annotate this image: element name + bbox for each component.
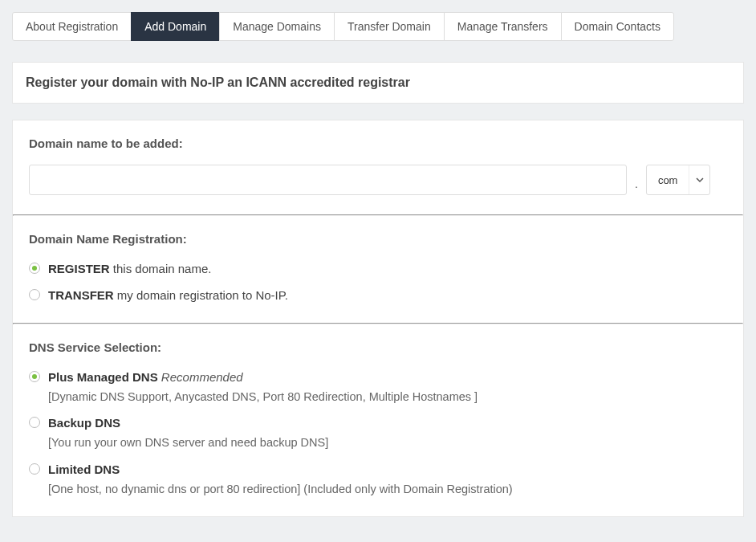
plus-dns-description: [Dynamic DNS Support, Anycasted DNS, Por… (48, 389, 478, 405)
dns-selection-section: DNS Service Selection: Plus Managed DNS … (13, 324, 743, 516)
tab-domain-contacts[interactable]: Domain Contacts (561, 12, 674, 41)
radio-option-plus-dns[interactable]: Plus Managed DNS Recommended [Dynamic DN… (29, 369, 727, 405)
chevron-down-icon[interactable] (689, 165, 709, 194)
tld-selected-value: com (647, 165, 689, 194)
domain-input-row: . com (29, 165, 727, 195)
radio-input-limited-dns[interactable] (29, 463, 40, 475)
radio-label-limited-dns: Limited DNS [One host, no dynamic dns or… (48, 461, 513, 497)
tab-transfer-domain[interactable]: Transfer Domain (334, 12, 445, 41)
tab-about-registration[interactable]: About Registration (12, 12, 132, 41)
main-form-panel: Domain name to be added: . com Domain Na… (12, 120, 744, 517)
registration-type-section: Domain Name Registration: REGISTER this … (13, 216, 743, 323)
radio-option-backup-dns[interactable]: Backup DNS [You run your own DNS server … (29, 414, 727, 450)
radio-label-backup-dns: Backup DNS [You run your own DNS server … (48, 414, 328, 450)
domain-input-label: Domain name to be added: (29, 137, 727, 150)
tab-bar: About Registration Add Domain Manage Dom… (12, 12, 744, 41)
radio-input-backup-dns[interactable] (29, 417, 40, 428)
domain-input-section: Domain name to be added: . com (13, 120, 743, 214)
tab-manage-domains[interactable]: Manage Domains (219, 12, 335, 41)
radio-option-register[interactable]: REGISTER this domain name. (29, 260, 727, 277)
radio-option-limited-dns[interactable]: Limited DNS [One host, no dynamic dns or… (29, 461, 727, 497)
domain-name-input[interactable] (29, 165, 627, 195)
radio-option-transfer[interactable]: TRANSFER my domain registration to No-IP… (29, 287, 727, 304)
page-title: Register your domain with No-IP an ICANN… (26, 75, 730, 90)
tab-add-domain[interactable]: Add Domain (131, 12, 220, 41)
radio-input-transfer[interactable] (29, 289, 40, 300)
radio-label-plus-dns: Plus Managed DNS Recommended [Dynamic DN… (48, 369, 478, 405)
radio-input-register[interactable] (29, 263, 40, 274)
radio-label-register: REGISTER this domain name. (48, 260, 211, 277)
tab-manage-transfers[interactable]: Manage Transfers (444, 12, 562, 41)
tld-dropdown[interactable]: com (646, 165, 711, 195)
domain-dot-separator: . (633, 177, 640, 195)
backup-dns-description: [You run your own DNS server and need ba… (48, 434, 328, 450)
page-header-panel: Register your domain with No-IP an ICANN… (12, 62, 744, 104)
registration-type-label: Domain Name Registration: (29, 232, 727, 246)
dns-selection-label: DNS Service Selection: (29, 340, 727, 354)
radio-label-transfer: TRANSFER my domain registration to No-IP… (48, 287, 288, 304)
limited-dns-description: [One host, no dynamic dns or port 80 red… (48, 481, 513, 497)
radio-input-plus-dns[interactable] (29, 371, 40, 382)
